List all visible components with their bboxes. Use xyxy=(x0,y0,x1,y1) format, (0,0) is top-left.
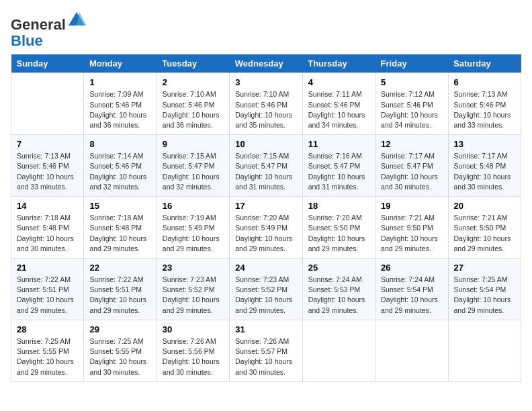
day-info: Sunrise: 7:24 AM Sunset: 5:54 PM Dayligh… xyxy=(381,275,442,316)
day-info: Sunrise: 7:11 AM Sunset: 5:46 PM Dayligh… xyxy=(308,89,369,130)
day-number: 30 xyxy=(163,324,224,334)
calendar-cell: 28Sunrise: 7:25 AM Sunset: 5:55 PM Dayli… xyxy=(11,320,84,381)
calendar-cell xyxy=(302,320,375,381)
calendar-cell: 23Sunrise: 7:23 AM Sunset: 5:52 PM Dayli… xyxy=(157,259,229,320)
calendar-cell: 18Sunrise: 7:20 AM Sunset: 5:50 PM Dayli… xyxy=(302,197,375,259)
day-info: Sunrise: 7:24 AM Sunset: 5:53 PM Dayligh… xyxy=(308,275,369,316)
calendar-cell: 17Sunrise: 7:20 AM Sunset: 5:49 PM Dayli… xyxy=(230,197,302,259)
day-number: 21 xyxy=(17,263,78,273)
day-info: Sunrise: 7:10 AM Sunset: 5:46 PM Dayligh… xyxy=(163,89,224,130)
day-number: 29 xyxy=(89,324,150,334)
calendar-cell: 14Sunrise: 7:18 AM Sunset: 5:48 PM Dayli… xyxy=(11,197,84,259)
day-info: Sunrise: 7:18 AM Sunset: 5:48 PM Dayligh… xyxy=(89,213,150,254)
calendar-week-row: 1Sunrise: 7:09 AM Sunset: 5:46 PM Daylig… xyxy=(11,73,521,135)
calendar-cell: 24Sunrise: 7:23 AM Sunset: 5:52 PM Dayli… xyxy=(230,259,302,320)
day-info: Sunrise: 7:21 AM Sunset: 5:50 PM Dayligh… xyxy=(454,213,515,254)
calendar-cell: 3Sunrise: 7:10 AM Sunset: 5:46 PM Daylig… xyxy=(230,73,302,135)
weekday-header: Tuesday xyxy=(157,54,229,73)
day-number: 18 xyxy=(308,201,369,211)
weekday-header: Monday xyxy=(84,54,157,73)
svg-marker-1 xyxy=(77,12,86,26)
day-number: 25 xyxy=(308,263,369,273)
day-info: Sunrise: 7:13 AM Sunset: 5:46 PM Dayligh… xyxy=(454,89,515,130)
calendar-cell: 19Sunrise: 7:21 AM Sunset: 5:50 PM Dayli… xyxy=(375,197,448,259)
day-number: 15 xyxy=(89,201,150,211)
day-info: Sunrise: 7:23 AM Sunset: 5:52 PM Dayligh… xyxy=(235,275,296,316)
day-number: 14 xyxy=(17,201,78,211)
logo: General Blue xyxy=(11,11,86,49)
calendar-cell: 5Sunrise: 7:12 AM Sunset: 5:46 PM Daylig… xyxy=(375,73,448,135)
calendar-cell: 31Sunrise: 7:26 AM Sunset: 5:57 PM Dayli… xyxy=(230,320,302,381)
day-number: 23 xyxy=(163,263,224,273)
day-number: 31 xyxy=(235,324,296,334)
day-number: 9 xyxy=(163,139,224,149)
day-number: 24 xyxy=(235,263,296,273)
day-info: Sunrise: 7:15 AM Sunset: 5:47 PM Dayligh… xyxy=(163,151,224,192)
day-info: Sunrise: 7:10 AM Sunset: 5:46 PM Dayligh… xyxy=(235,89,296,130)
day-info: Sunrise: 7:22 AM Sunset: 5:51 PM Dayligh… xyxy=(89,275,150,316)
calendar-cell: 20Sunrise: 7:21 AM Sunset: 5:50 PM Dayli… xyxy=(448,197,521,259)
calendar-cell xyxy=(11,73,84,135)
calendar-cell: 16Sunrise: 7:19 AM Sunset: 5:49 PM Dayli… xyxy=(157,197,229,259)
logo-blue-text: Blue xyxy=(11,32,43,49)
calendar-cell: 22Sunrise: 7:22 AM Sunset: 5:51 PM Dayli… xyxy=(84,259,157,320)
logo-icon xyxy=(67,11,86,30)
calendar-cell: 4Sunrise: 7:11 AM Sunset: 5:46 PM Daylig… xyxy=(302,73,375,135)
weekday-header: Thursday xyxy=(302,54,375,73)
day-info: Sunrise: 7:12 AM Sunset: 5:46 PM Dayligh… xyxy=(381,89,442,130)
day-info: Sunrise: 7:15 AM Sunset: 5:47 PM Dayligh… xyxy=(235,151,296,192)
calendar-cell: 30Sunrise: 7:26 AM Sunset: 5:56 PM Dayli… xyxy=(157,320,229,381)
calendar-cell: 1Sunrise: 7:09 AM Sunset: 5:46 PM Daylig… xyxy=(84,73,157,135)
day-info: Sunrise: 7:23 AM Sunset: 5:52 PM Dayligh… xyxy=(163,275,224,316)
calendar-cell: 10Sunrise: 7:15 AM Sunset: 5:47 PM Dayli… xyxy=(230,135,302,197)
day-info: Sunrise: 7:17 AM Sunset: 5:48 PM Dayligh… xyxy=(454,151,515,192)
calendar-cell: 13Sunrise: 7:17 AM Sunset: 5:48 PM Dayli… xyxy=(448,135,521,197)
day-info: Sunrise: 7:17 AM Sunset: 5:47 PM Dayligh… xyxy=(381,151,442,192)
calendar-cell: 15Sunrise: 7:18 AM Sunset: 5:48 PM Dayli… xyxy=(84,197,157,259)
calendar-cell: 29Sunrise: 7:25 AM Sunset: 5:55 PM Dayli… xyxy=(84,320,157,381)
day-number: 17 xyxy=(235,201,296,211)
calendar-cell: 6Sunrise: 7:13 AM Sunset: 5:46 PM Daylig… xyxy=(448,73,521,135)
day-number: 10 xyxy=(235,139,296,149)
weekday-header: Friday xyxy=(375,54,448,73)
day-info: Sunrise: 7:25 AM Sunset: 5:54 PM Dayligh… xyxy=(454,275,515,316)
calendar-week-row: 28Sunrise: 7:25 AM Sunset: 5:55 PM Dayli… xyxy=(11,320,521,381)
calendar-cell: 2Sunrise: 7:10 AM Sunset: 5:46 PM Daylig… xyxy=(157,73,229,135)
day-number: 11 xyxy=(308,139,369,149)
day-number: 3 xyxy=(235,77,296,87)
day-number: 26 xyxy=(381,263,442,273)
day-info: Sunrise: 7:18 AM Sunset: 5:48 PM Dayligh… xyxy=(17,213,78,254)
day-info: Sunrise: 7:09 AM Sunset: 5:46 PM Dayligh… xyxy=(89,89,150,130)
day-info: Sunrise: 7:21 AM Sunset: 5:50 PM Dayligh… xyxy=(381,213,442,254)
day-number: 8 xyxy=(89,139,150,149)
day-number: 2 xyxy=(163,77,224,87)
calendar-cell xyxy=(375,320,448,381)
calendar-cell: 26Sunrise: 7:24 AM Sunset: 5:54 PM Dayli… xyxy=(375,259,448,320)
calendar-week-row: 21Sunrise: 7:22 AM Sunset: 5:51 PM Dayli… xyxy=(11,259,521,320)
day-info: Sunrise: 7:25 AM Sunset: 5:55 PM Dayligh… xyxy=(17,336,78,377)
day-number: 4 xyxy=(308,77,369,87)
weekday-header: Saturday xyxy=(448,54,521,73)
day-info: Sunrise: 7:20 AM Sunset: 5:49 PM Dayligh… xyxy=(235,213,296,254)
day-info: Sunrise: 7:16 AM Sunset: 5:47 PM Dayligh… xyxy=(308,151,369,192)
weekday-header: Sunday xyxy=(11,54,84,73)
day-info: Sunrise: 7:22 AM Sunset: 5:51 PM Dayligh… xyxy=(17,275,78,316)
calendar-cell xyxy=(448,320,521,381)
day-number: 13 xyxy=(454,139,515,149)
calendar-cell: 11Sunrise: 7:16 AM Sunset: 5:47 PM Dayli… xyxy=(302,135,375,197)
page-header: General Blue xyxy=(11,11,521,49)
day-number: 22 xyxy=(89,263,150,273)
weekday-header: Wednesday xyxy=(230,54,302,73)
day-number: 28 xyxy=(17,324,78,334)
day-number: 16 xyxy=(163,201,224,211)
calendar-cell: 25Sunrise: 7:24 AM Sunset: 5:53 PM Dayli… xyxy=(302,259,375,320)
day-info: Sunrise: 7:19 AM Sunset: 5:49 PM Dayligh… xyxy=(163,213,224,254)
calendar-cell: 12Sunrise: 7:17 AM Sunset: 5:47 PM Dayli… xyxy=(375,135,448,197)
day-info: Sunrise: 7:26 AM Sunset: 5:57 PM Dayligh… xyxy=(235,336,296,377)
calendar-header: SundayMondayTuesdayWednesdayThursdayFrid… xyxy=(11,54,521,73)
day-number: 6 xyxy=(454,77,515,87)
day-number: 19 xyxy=(381,201,442,211)
day-number: 5 xyxy=(381,77,442,87)
day-number: 7 xyxy=(17,139,78,149)
calendar-cell: 8Sunrise: 7:14 AM Sunset: 5:46 PM Daylig… xyxy=(84,135,157,197)
